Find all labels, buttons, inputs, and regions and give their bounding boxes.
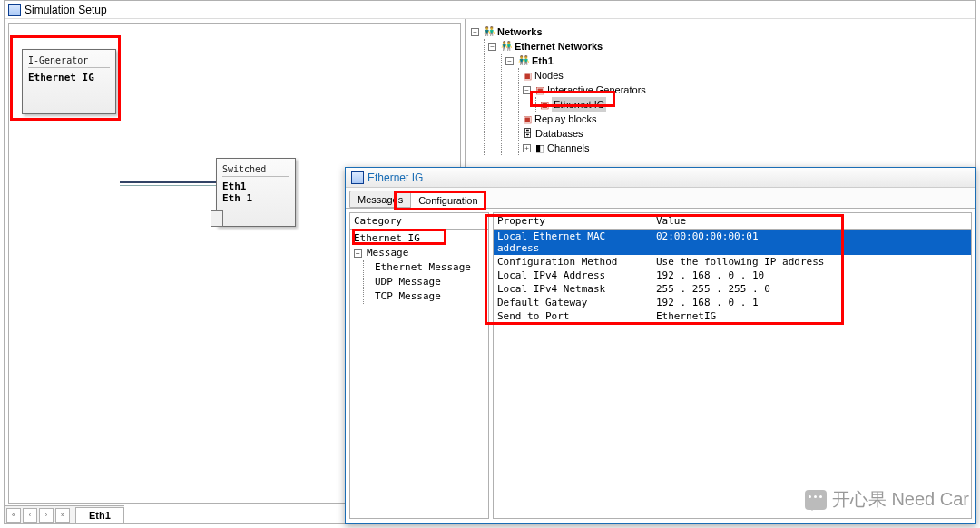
tree-ethernet-networks[interactable]: − 👬 Ethernet Networks — [488, 39, 974, 54]
category-item[interactable]: TCP Message — [368, 289, 488, 304]
property-name: Configuration Method — [494, 255, 652, 269]
config-tabs: Messages Configuration — [346, 188, 975, 209]
property-name: Send to Port — [494, 309, 652, 323]
category-item[interactable]: UDP Message — [368, 275, 488, 289]
tree-interactive-generators[interactable]: − ▣ Interactive Generators — [523, 83, 974, 97]
property-name: Local Ethernet MAC address — [494, 230, 652, 255]
header-property: Property — [494, 213, 652, 229]
category-panel: Category Ethernet IG − Message Ethernet … — [349, 212, 489, 519]
property-header: Property Value — [494, 213, 971, 230]
app-icon — [8, 4, 21, 16]
expand-icon[interactable]: + — [523, 144, 531, 152]
node-icon: ▣ — [523, 112, 532, 126]
tab-messages[interactable]: Messages — [349, 191, 411, 208]
node-icon: ▣ — [535, 83, 544, 97]
main-title: Simulation Setup — [24, 4, 107, 16]
nav-next-button[interactable]: › — [39, 508, 54, 523]
child-title: Ethernet IG — [368, 171, 423, 184]
switched-line1: Eth1 — [222, 181, 289, 192]
network-icon: 👬 — [501, 39, 512, 54]
collapse-icon[interactable]: − — [523, 86, 531, 94]
switched-head: Switched — [222, 164, 289, 177]
collapse-icon[interactable]: − — [354, 249, 362, 258]
property-row[interactable]: Local Ethernet MAC address02:00:00:00:00… — [494, 230, 971, 255]
nav-last-button[interactable]: » — [55, 508, 70, 523]
node-icon: ▣ — [523, 68, 532, 83]
collapse-icon[interactable]: − — [488, 43, 496, 51]
node-icon: ▣ — [540, 97, 549, 112]
switched-line2: Eth 1 — [222, 192, 289, 204]
watermark: 开心果 Need Car — [805, 487, 969, 512]
tree-replay-blocks[interactable]: ▣ Replay blocks — [523, 112, 974, 126]
property-value[interactable]: EthernetIG — [652, 309, 971, 323]
property-value[interactable]: 192 . 168 . 0 . 1 — [652, 296, 971, 309]
header-value: Value — [652, 213, 971, 229]
network-icon: 👬 — [518, 54, 529, 68]
category-header: Category — [350, 213, 488, 230]
property-name: Local IPv4 Netmask — [494, 282, 652, 296]
chat-icon — [805, 490, 827, 510]
channels-icon: ◧ — [535, 141, 544, 155]
wire-thin — [120, 185, 216, 186]
database-icon: 🗄 — [523, 126, 533, 141]
collapse-icon[interactable]: − — [505, 57, 514, 65]
property-panel: Property Value Local Ethernet MAC addres… — [493, 212, 972, 519]
property-value[interactable]: 255 . 255 . 255 . 0 — [652, 282, 971, 296]
property-row[interactable]: Local IPv4 Address192 . 168 . 0 . 10 — [494, 269, 971, 282]
app-icon — [351, 171, 364, 184]
property-row[interactable]: Configuration MethodUse the following IP… — [494, 255, 971, 269]
property-name: Local IPv4 Address — [494, 269, 652, 282]
category-item[interactable]: Ethernet Message — [368, 260, 488, 275]
tree-channels[interactable]: + ◧ Channels — [523, 141, 974, 155]
main-titlebar[interactable]: Simulation Setup — [5, 1, 975, 19]
port-icon — [211, 210, 223, 227]
tree-eth1[interactable]: − 👬 Eth1 — [505, 54, 974, 68]
ethernet-ig-window: Ethernet IG Messages Configuration Categ… — [345, 167, 976, 524]
nav-prev-button[interactable]: ‹ — [23, 508, 37, 523]
property-row[interactable]: Local IPv4 Netmask255 . 255 . 255 . 0 — [494, 282, 971, 296]
tree-databases[interactable]: 🗄 Databases — [523, 126, 974, 141]
igenerator-label: Ethernet IG — [28, 72, 110, 83]
switched-block[interactable]: Switched Eth1 Eth 1 — [216, 158, 296, 227]
tree-ethernet-ig[interactable]: ▣ Ethernet IG — [540, 97, 974, 112]
network-icon: 👬 — [484, 24, 495, 39]
category-message[interactable]: − Message — [350, 246, 488, 260]
property-value[interactable]: 02:00:00:00:00:01 — [652, 230, 971, 255]
nav-first-button[interactable]: « — [6, 508, 21, 523]
tab-eth1[interactable]: Eth1 — [75, 507, 124, 523]
tree-networks[interactable]: − 👬 Networks — [471, 24, 974, 39]
property-value[interactable]: 192 . 168 . 0 . 10 — [652, 269, 971, 282]
child-titlebar[interactable]: Ethernet IG — [346, 168, 975, 188]
igenerator-head: I-Generator — [28, 55, 110, 68]
bottom-tabs: « ‹ › » Eth1 — [5, 505, 124, 523]
category-ethernet-ig[interactable]: Ethernet IG — [350, 231, 488, 246]
tab-configuration[interactable]: Configuration — [410, 191, 485, 209]
property-row[interactable]: Send to PortEthernetIG — [494, 309, 971, 323]
property-name: Default Gateway — [494, 296, 652, 309]
collapse-icon[interactable]: − — [471, 28, 479, 36]
igenerator-block[interactable]: I-Generator Ethernet IG — [22, 49, 116, 114]
wire — [120, 181, 216, 183]
property-value[interactable]: Use the following IP address — [652, 255, 971, 269]
tree-nodes[interactable]: ▣ Nodes — [523, 68, 974, 83]
property-row[interactable]: Default Gateway192 . 168 . 0 . 1 — [494, 296, 971, 309]
